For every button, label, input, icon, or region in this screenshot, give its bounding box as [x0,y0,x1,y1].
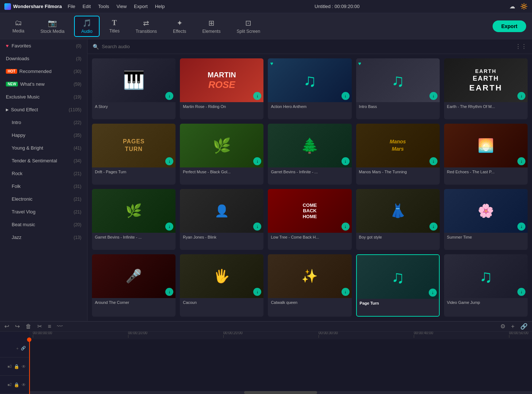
download-btn-12[interactable]: ↓ [253,223,261,231]
menu-file[interactable]: File [68,4,75,9]
split-screen-button[interactable]: ⊡ Split Screen [230,16,267,36]
download-btn-13[interactable]: ↓ [342,223,350,231]
download-btn-4[interactable]: ↓ [429,92,437,100]
titles-button[interactable]: T Titles [103,16,126,36]
sidebar-item-rock[interactable]: Rock (21) [0,167,87,180]
export-button[interactable]: Export [493,20,526,32]
scrollbar-thumb[interactable] [244,391,317,394]
download-btn-3[interactable]: ↓ [342,92,350,100]
audio-card-10[interactable]: 🌅 ↓ Red Echoes - The Last P... [444,124,528,185]
download-btn-20[interactable]: ↓ [517,288,525,296]
sidebar-item-sound-effect[interactable]: ▶ Sound Effect (1105) [0,103,87,116]
sidebar-item-jazz[interactable]: Jazz (13) [0,231,87,244]
ruler-mark-5: 00:00:50:00 [509,332,528,338]
sidebar-item-young-bright[interactable]: Young & Bright (41) [0,142,87,154]
audio-card-14[interactable]: 👗 ↓ Boy got style [356,189,440,250]
media-button[interactable]: 🗂 Media [6,16,31,36]
add-track-icon[interactable]: + [511,323,514,330]
sidebar-item-folk[interactable]: Folk (31) [0,180,87,193]
download-btn-19[interactable]: ↓ [429,289,437,297]
audio-card-7[interactable]: 🌿 ↓ Perfect Muse - Black Gol... [180,124,263,185]
download-btn-18[interactable]: ↓ [342,288,350,296]
add-track-btn[interactable]: + [16,346,19,351]
audio-card-19[interactable]: ♫ ↓ Page Turn [356,254,440,317]
download-btn-15[interactable]: ↓ [517,223,525,231]
menu-help[interactable]: Help [155,4,165,9]
titles-icon: T [112,19,117,27]
settings-icon[interactable]: 🔆 [520,3,528,10]
link-icon[interactable]: 🔗 [520,323,528,330]
audio-card-8[interactable]: 🌲 ↓ Garret Bevins - Infinite - ... [268,124,351,185]
transitions-button[interactable]: ⇄ Transitions [129,16,163,36]
track-content[interactable] [29,339,532,394]
timeline-scrollbar[interactable] [29,391,532,394]
audio-card-18[interactable]: ✨ ↓ Catwalk queen [268,254,351,317]
grid-toggle-icon[interactable]: ⋮⋮ [515,43,527,50]
menu-export[interactable]: Export [134,4,148,9]
download-btn-7[interactable]: ↓ [253,157,261,165]
audio-card-2[interactable]: MARTIN ROSE ↓ Martin Rose - Riding On [180,58,263,119]
sidebar-item-favorites[interactable]: ♥ Favorites (0) [0,39,87,52]
audio-card-5[interactable]: EARTH EARTH EARTH ↓ Earth - The Rhythm O… [444,58,528,119]
delete-icon[interactable]: 🗑 [26,323,31,330]
sidebar-item-intro[interactable]: Intro (22) [0,116,87,129]
sidebar-item-downloads[interactable]: Downloads (3) [0,52,87,65]
beat-music-count: (20) [74,222,81,227]
download-btn-8[interactable]: ↓ [342,157,350,165]
audio-card-17[interactable]: 🖐 ↓ Cacoun [180,254,263,317]
audio-card-3[interactable]: ♫ ♥ ↓ Action Hero Anthem [268,58,351,119]
timeline-settings-icon[interactable]: ⚙ [500,323,505,330]
playhead [29,339,30,394]
sidebar-item-whats-new[interactable]: NEW What's new (59) [0,78,87,90]
sidebar-item-travel-vlog[interactable]: Travel Vlog (21) [0,205,87,218]
sidebar-item-happy[interactable]: Happy (35) [0,129,87,142]
stock-media-button[interactable]: 📷 Stock Media [34,16,71,36]
sidebar-item-electronic[interactable]: Electronic (21) [0,193,87,205]
audio-settings-icon[interactable]: ≡ [48,323,51,330]
audio-card-13[interactable]: COMEBACKHOME ↓ Low Tree - Come Back H... [268,189,351,250]
download-btn-9[interactable]: ↓ [429,157,437,165]
audio-card-12[interactable]: 👤 ↓ Ryan Jones - Blink [180,189,263,250]
menu-tools[interactable]: Tools [98,4,109,9]
download-btn-17[interactable]: ↓ [253,288,261,296]
sidebar-item-exclusive[interactable]: Exclusive Music (19) [0,90,87,103]
search-input[interactable] [102,44,512,49]
audio-card-1[interactable]: 🎹 ↓ A Story [92,58,176,119]
redo-icon[interactable]: ↪ [15,323,20,330]
download-btn-10[interactable]: ↓ [517,157,525,165]
audio-card-4[interactable]: ♫ ♥ ↓ Intro Bass [356,58,440,119]
audio-card-16[interactable]: 🎤 ↓ Around The Corner [92,254,176,317]
undo-icon[interactable]: ↩ [4,323,9,330]
timeline-ruler: 00:00:00:00 00:00:10:00 00:00:20:00 00:0… [0,332,532,339]
audio-card-6[interactable]: PAGESTURN ↓ Drift - Pages Turn [92,124,176,185]
menu-view[interactable]: View [116,4,127,9]
fav-icon-4[interactable]: ♥ [358,61,361,66]
download-btn-1[interactable]: ↓ [165,92,173,100]
sidebar-item-beat-music[interactable]: Beat music (20) [0,218,87,231]
download-btn-2[interactable]: ↓ [253,92,261,100]
waveform-icon[interactable]: 〰 [57,323,63,330]
download-btn-11[interactable]: ↓ [165,223,173,231]
download-btn-6[interactable]: ↓ [165,157,173,165]
track-3-lock[interactable]: 🔒 [14,364,19,369]
sidebar-item-tender[interactable]: Tender & Sentimental (34) [0,154,87,167]
effects-button[interactable]: ✦ Effects [166,16,193,36]
audio-card-20[interactable]: ♫ ↓ Video Game Jump [444,254,528,317]
audio-button[interactable]: 🎵 Audio [74,16,100,37]
scissors-icon[interactable]: ✂ [37,323,42,330]
audio-card-15[interactable]: 🌸 ↓ Summer Time [444,189,528,250]
fav-icon-3[interactable]: ♥ [270,61,273,66]
download-btn-14[interactable]: ↓ [429,223,437,231]
track-2-lock[interactable]: 🔒 [14,382,19,387]
track-2-eye[interactable]: 👁 [22,382,26,387]
download-btn-16[interactable]: ↓ [165,288,173,296]
menu-edit[interactable]: Edit [82,4,90,9]
sidebar-item-recommended[interactable]: HOT Recommended (30) [0,65,87,78]
cloud-icon[interactable]: ☁ [509,3,515,10]
track-3-eye[interactable]: 👁 [22,364,26,369]
link-track-icon[interactable]: 🔗 [21,346,26,351]
download-btn-5[interactable]: ↓ [517,92,525,100]
audio-card-11[interactable]: 🌿 ↓ Garret Bevins - Infinite - ... [92,189,176,250]
audio-card-9[interactable]: ManosMars ↓ Manos Mars - The Tunning [356,124,440,185]
elements-button[interactable]: ⊞ Elements [196,16,227,36]
